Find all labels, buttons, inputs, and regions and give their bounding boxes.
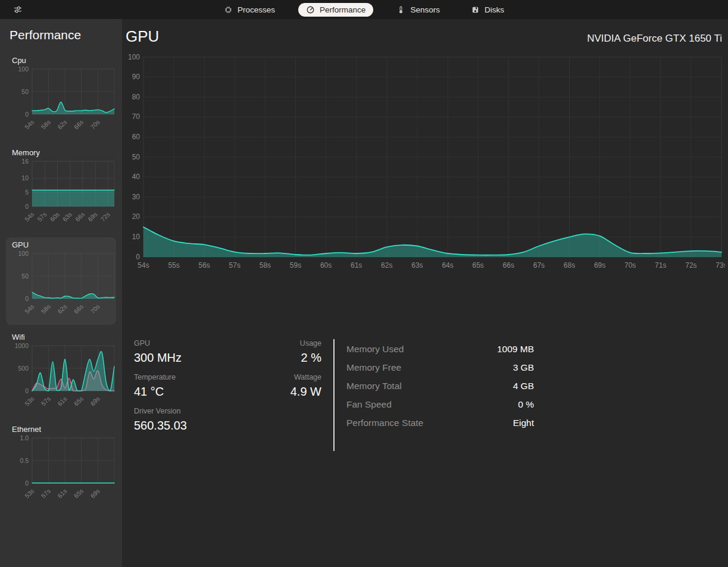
svg-text:58s: 58s bbox=[260, 261, 271, 270]
memory-total-value: 4 GB bbox=[513, 381, 534, 391]
svg-text:0: 0 bbox=[25, 480, 29, 487]
svg-text:66s: 66s bbox=[73, 303, 85, 315]
gpu-stats: GPU 300 MHz Usage 2 % Temperature 41 °C … bbox=[134, 339, 728, 451]
gpu-panel-header: GPU NVIDIA GeForce GTX 1650 Ti bbox=[122, 19, 728, 46]
svg-text:0: 0 bbox=[25, 295, 29, 302]
svg-text:70s: 70s bbox=[89, 303, 101, 315]
svg-text:66s: 66s bbox=[73, 118, 85, 130]
svg-text:20: 20 bbox=[132, 212, 140, 221]
stat-usage: Usage 2 % bbox=[290, 339, 321, 365]
svg-text:68s: 68s bbox=[564, 261, 575, 270]
sidebar-item-gpu[interactable]: GPU 05010054s58s62s66s70s bbox=[6, 237, 116, 325]
usage-value: 2 % bbox=[290, 351, 321, 365]
svg-text:54s: 54s bbox=[138, 261, 149, 270]
tab-processes[interactable]: Processes bbox=[216, 3, 283, 17]
stat-driver-version: Driver Version 560.35.03 bbox=[134, 407, 290, 433]
gpu-frequency-value: 300 MHz bbox=[134, 351, 290, 365]
memory-free-value: 3 GB bbox=[513, 362, 534, 373]
svg-text:67s: 67s bbox=[533, 261, 545, 270]
svg-text:66s: 66s bbox=[503, 261, 514, 270]
stat-wattage: Wattage 4.9 W bbox=[290, 373, 321, 399]
stat-memory-used: Memory Used 1009 MB bbox=[346, 340, 534, 359]
svg-text:63s: 63s bbox=[61, 211, 73, 223]
svg-text:0.5: 0.5 bbox=[20, 457, 29, 464]
fan-speed-value: 0 % bbox=[518, 399, 534, 410]
svg-text:40: 40 bbox=[132, 173, 140, 181]
sidebar-item-memory[interactable]: Memory 05101654s57s60s63s66s69s72s bbox=[6, 145, 116, 233]
ethernet-mini-chart: 00.51.053s57s61s65s69s bbox=[12, 434, 118, 508]
svg-text:60s: 60s bbox=[48, 211, 60, 223]
svg-text:65s: 65s bbox=[473, 261, 484, 270]
svg-text:54s: 54s bbox=[23, 118, 35, 130]
top-bar: Processes Performance Sensors bbox=[0, 0, 728, 19]
stat-fan-speed: Fan Speed 0 % bbox=[346, 396, 534, 414]
gpu-frequency-label: GPU bbox=[134, 339, 290, 347]
svg-text:0: 0 bbox=[25, 387, 29, 394]
svg-text:50: 50 bbox=[132, 153, 140, 161]
sidebar-item-ethernet[interactable]: Ethernet 00.51.053s57s61s65s69s bbox=[6, 422, 116, 509]
svg-text:73s: 73s bbox=[715, 261, 725, 270]
svg-text:100: 100 bbox=[18, 250, 29, 257]
sidebar-title: Performance bbox=[0, 19, 122, 46]
performance-state-label: Performance State bbox=[346, 418, 423, 428]
svg-text:50: 50 bbox=[21, 88, 29, 95]
svg-text:72s: 72s bbox=[99, 211, 111, 223]
memory-used-label: Memory Used bbox=[346, 344, 404, 355]
tab-performance[interactable]: Performance bbox=[298, 3, 373, 17]
gpu-stats-left: GPU 300 MHz Usage 2 % Temperature 41 °C … bbox=[134, 339, 321, 433]
gpu-stats-right: Memory Used 1009 MB Memory Free 3 GB Mem… bbox=[346, 339, 534, 433]
svg-text:63s: 63s bbox=[411, 261, 423, 270]
stat-memory-total: Memory Total 4 GB bbox=[346, 377, 534, 396]
tab-disks-label: Disks bbox=[485, 5, 504, 14]
svg-text:57s: 57s bbox=[40, 487, 52, 499]
performance-sidebar: Performance Cpu 05010054s58s62s66s70s Me… bbox=[0, 19, 122, 567]
svg-text:62s: 62s bbox=[56, 303, 68, 315]
svg-text:53s: 53s bbox=[23, 395, 35, 407]
svg-text:61s: 61s bbox=[351, 261, 362, 270]
chip-icon bbox=[224, 5, 233, 14]
driver-version-value: 560.35.03 bbox=[134, 419, 290, 433]
stat-performance-state: Performance State Eight bbox=[346, 414, 534, 433]
memory-used-value: 1009 MB bbox=[497, 344, 534, 355]
svg-text:72s: 72s bbox=[685, 261, 696, 270]
settings-sliders-icon[interactable] bbox=[12, 4, 24, 15]
gpu-panel: GPU NVIDIA GeForce GTX 1650 Ti 010203040… bbox=[122, 19, 728, 567]
svg-text:55s: 55s bbox=[168, 261, 179, 270]
gauge-icon bbox=[306, 5, 315, 14]
ethernet-label: Ethernet bbox=[12, 425, 115, 434]
svg-text:90: 90 bbox=[132, 73, 140, 81]
svg-text:70: 70 bbox=[132, 112, 140, 121]
svg-text:69s: 69s bbox=[86, 211, 98, 223]
sidebar-item-cpu[interactable]: Cpu 05010054s58s62s66s70s bbox=[6, 53, 116, 140]
wattage-value: 4.9 W bbox=[290, 385, 321, 399]
tab-disks[interactable]: Disks bbox=[463, 3, 512, 17]
svg-text:60: 60 bbox=[132, 133, 140, 141]
svg-text:66s: 66s bbox=[74, 211, 86, 223]
svg-text:1000: 1000 bbox=[15, 342, 29, 349]
tab-sensors-label: Sensors bbox=[410, 5, 440, 14]
thermometer-icon bbox=[396, 5, 405, 14]
svg-text:54s: 54s bbox=[23, 211, 35, 223]
svg-text:58s: 58s bbox=[40, 303, 52, 315]
svg-text:59s: 59s bbox=[290, 261, 301, 270]
svg-text:70s: 70s bbox=[89, 118, 101, 130]
svg-text:54s: 54s bbox=[23, 303, 35, 315]
page-title: GPU bbox=[126, 27, 159, 46]
svg-text:30: 30 bbox=[132, 193, 140, 201]
performance-state-value: Eight bbox=[513, 418, 534, 428]
svg-text:62s: 62s bbox=[56, 118, 68, 130]
stat-memory-free: Memory Free 3 GB bbox=[346, 359, 534, 377]
driver-version-label: Driver Version bbox=[134, 407, 290, 415]
svg-text:71s: 71s bbox=[655, 261, 666, 270]
memory-free-label: Memory Free bbox=[346, 362, 401, 373]
svg-text:5: 5 bbox=[25, 189, 29, 196]
stats-divider bbox=[333, 339, 335, 451]
svg-text:100: 100 bbox=[18, 65, 29, 73]
temperature-value: 41 °C bbox=[134, 385, 290, 399]
cpu-label: Cpu bbox=[12, 56, 115, 65]
sidebar-item-wifi[interactable]: Wifi 0500100053s57s61s65s69s bbox=[6, 330, 116, 417]
gpu-usage-chart: 010203040506070809010054s55s56s57s58s59s… bbox=[122, 52, 725, 274]
tab-sensors[interactable]: Sensors bbox=[389, 3, 448, 17]
svg-text:61s: 61s bbox=[56, 487, 68, 499]
fan-speed-label: Fan Speed bbox=[346, 399, 392, 410]
